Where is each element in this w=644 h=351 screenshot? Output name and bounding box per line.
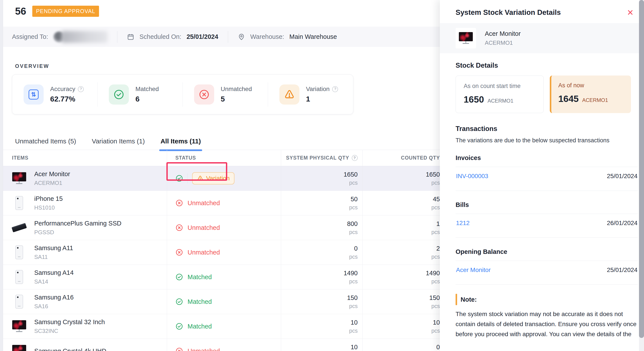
stat-variation: Variation ? 1 xyxy=(268,85,353,105)
item-thumbnail-phone xyxy=(12,245,26,260)
table-row[interactable]: iPhone 15HS1010Unmatched50pcs45pcs xyxy=(3,191,452,215)
status-cell: Matched xyxy=(167,289,281,314)
system-qty-cell: 1490pcs xyxy=(281,265,362,289)
stat-label: Unmatched xyxy=(221,86,252,93)
divider xyxy=(188,173,188,183)
item-sku: SA11 xyxy=(34,254,73,260)
note-accent-bar xyxy=(456,294,457,305)
item-name: PerformancePlus Gaming SSD xyxy=(34,220,122,227)
assigned-user-redacted xyxy=(61,31,108,43)
item-name: Acer Monitor xyxy=(34,170,70,178)
section-title: Bills xyxy=(456,201,638,208)
warehouse-label: Warehouse: xyxy=(250,33,284,40)
transactions-section-opening-balance: Opening BalanceAcer Monitor25/01/2024 xyxy=(456,248,638,285)
system-qty-cell: 800pcs xyxy=(281,215,362,240)
system-qty-cell: 10pcs xyxy=(281,314,362,338)
stat-value: 5 xyxy=(221,95,252,103)
product-name: Acer Monitor xyxy=(485,30,520,37)
table-row[interactable]: PerformancePlus Gaming SSDPGSSDUnmatched… xyxy=(3,215,452,240)
item-thumbnail-monitor xyxy=(12,171,26,186)
counted-qty-cell: 45pcs xyxy=(362,191,452,215)
status-cell: Unmatched xyxy=(167,215,281,240)
stat-accuracy: ⇅ Accuracy ? 62.77% xyxy=(12,85,97,105)
panel-title: System Stock Variation Details xyxy=(456,8,561,17)
close-icon[interactable] xyxy=(626,9,634,16)
matched-check-icon xyxy=(175,322,183,330)
status-cell: Unmatched xyxy=(167,240,281,264)
status-cell: Matched xyxy=(167,265,281,289)
transaction-row: INV-00000325/01/2024 xyxy=(456,167,638,185)
unmatched-x-icon xyxy=(175,224,183,232)
matched-icon xyxy=(109,85,129,105)
transaction-row: Acer Monitor25/01/2024 xyxy=(456,261,638,279)
warning-triangle-icon xyxy=(197,175,204,182)
item-name: Samsung Crystal 4k UHD xyxy=(34,347,106,351)
product-image xyxy=(456,28,476,49)
item-name: Samsung Crystal 32 Inch xyxy=(34,318,105,326)
item-sku: SC32INC xyxy=(34,328,105,334)
assigned-to-label: Assigned To: xyxy=(12,33,48,40)
item-thumbnail-phone xyxy=(12,294,26,309)
counted-qty-cell: 10pcs xyxy=(362,314,452,338)
counted-qty-cell: 1pcs xyxy=(362,215,452,240)
status-badge: PENDING APPROVAL xyxy=(32,6,99,17)
help-icon[interactable]: ? xyxy=(332,86,338,92)
divider xyxy=(456,191,638,191)
stock-variation-panel: System Stock Variation Details Acer Moni… xyxy=(440,0,644,351)
matched-check-icon xyxy=(175,298,183,306)
transaction-link[interactable]: Acer Monitor xyxy=(456,266,491,273)
tab-variation-items-1[interactable]: Variation Items (1) xyxy=(92,138,145,150)
item-sku: SA14 xyxy=(34,278,74,285)
item-name: iPhone 15 xyxy=(34,195,63,202)
variation-badge[interactable]: Variation xyxy=(192,172,234,184)
table-row[interactable]: Samsung Crystal 32 InchSC32INCMatched10p… xyxy=(3,314,452,339)
matched-check-icon xyxy=(175,273,183,281)
note-title: Note: xyxy=(460,296,477,303)
divider xyxy=(456,284,638,285)
unmatched-x-icon xyxy=(175,347,183,351)
table-row[interactable]: Samsung A16SA16Matched150pcs150pcs xyxy=(3,289,452,314)
document-number: 56 xyxy=(15,5,26,17)
stat-label: Matched xyxy=(136,86,159,93)
page-header: 56 PENDING APPROVAL xyxy=(15,5,99,17)
system-qty-cell: 10pcs xyxy=(281,339,362,351)
help-icon[interactable]: ? xyxy=(352,155,358,161)
table-row[interactable]: Acer MonitorACERMO1Variation1650pcs1650p… xyxy=(3,166,452,191)
table-row[interactable]: Samsung Crystal 4k UHDUnmatched10pcs0pcs xyxy=(3,339,452,351)
scheduled-on-value: 25/01/2024 xyxy=(186,33,218,40)
column-header-items: ITEMS xyxy=(3,150,167,166)
tab-all-items-11[interactable]: All Items (11) xyxy=(160,138,201,150)
item-sku: PGSSD xyxy=(34,229,122,236)
item-name: Samsung A14 xyxy=(34,269,74,276)
stock-details-heading: Stock Details xyxy=(456,62,638,69)
table-row[interactable]: Samsung A14SA14Matched1490pcs1490pcs xyxy=(3,265,452,289)
transaction-link[interactable]: INV-000003 xyxy=(456,173,488,180)
collapsed-sidebar-strip xyxy=(0,0,3,351)
stat-value: 1 xyxy=(306,95,338,103)
note-text: The system stock variation may not be ac… xyxy=(456,309,638,339)
stock-card-count-start: As on count start time 1650 ACERMO1 xyxy=(456,76,544,113)
status-cell: Variation xyxy=(167,166,281,191)
tab-unmatched-items-5[interactable]: Unmatched Items (5) xyxy=(15,138,76,150)
table-row[interactable]: Samsung A11SA11Unmatched0pcs2pcs xyxy=(3,240,452,265)
stat-label: Accuracy xyxy=(50,86,75,93)
items-table: ITEMS STATUS SYSTEM PHYSICAL QTY ? COUNT… xyxy=(3,150,452,351)
system-qty-cell: 0pcs xyxy=(281,240,362,264)
help-icon[interactable]: ? xyxy=(78,86,84,92)
item-name: Samsung A16 xyxy=(34,294,74,301)
transaction-link[interactable]: 1212 xyxy=(456,220,470,227)
meta-bar: Assigned To: Scheduled On: 25/01/2024 Wa… xyxy=(3,27,440,47)
system-qty-cell: 1650pcs xyxy=(281,166,362,191)
accuracy-icon: ⇅ xyxy=(24,85,44,105)
system-qty-cell: 50pcs xyxy=(281,191,362,215)
calendar-icon xyxy=(127,33,134,41)
counted-qty-cell: 2pcs xyxy=(362,240,452,264)
status-cell: Unmatched xyxy=(167,191,281,215)
overview-section-label: OVERVIEW xyxy=(15,63,49,69)
stat-label: Variation xyxy=(306,86,330,93)
section-title: Invoices xyxy=(456,154,638,162)
stock-value-count-start: 1650 xyxy=(464,94,484,105)
counted-qty-cell: 1490pcs xyxy=(362,265,452,289)
panel-scrollbar-thumb[interactable] xyxy=(639,0,644,338)
transaction-date: 25/01/2024 xyxy=(607,266,638,273)
